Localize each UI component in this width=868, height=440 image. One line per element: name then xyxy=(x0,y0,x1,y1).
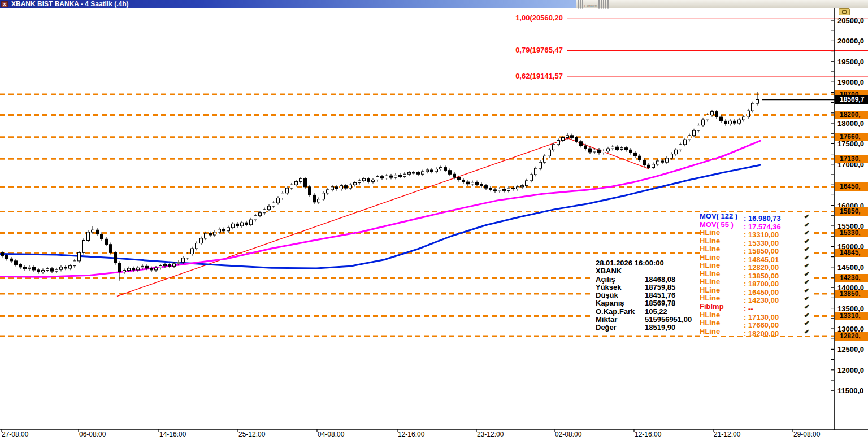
candle-body[interactable] xyxy=(51,269,54,271)
candle-body[interactable] xyxy=(539,162,542,168)
candle-body[interactable] xyxy=(214,232,216,235)
candle-body[interactable] xyxy=(340,186,343,189)
close-icon[interactable]: x xyxy=(1,1,8,7)
candle-body[interactable] xyxy=(440,168,442,169)
candle-body[interactable] xyxy=(150,268,153,270)
checkmark-icon[interactable]: ✔ xyxy=(804,286,809,295)
candle-body[interactable] xyxy=(1,252,4,255)
hline-badge[interactable]: 18200, xyxy=(835,111,868,119)
candle-body[interactable] xyxy=(191,249,194,254)
candle-body[interactable] xyxy=(358,181,361,183)
candle-body[interactable] xyxy=(643,160,646,165)
candle-body[interactable] xyxy=(670,154,673,158)
candle-body[interactable] xyxy=(489,188,492,190)
candle-body[interactable] xyxy=(141,266,144,268)
legend-row[interactable]: HLine: 17660,00✔ xyxy=(700,319,810,328)
candle-body[interactable] xyxy=(37,270,40,272)
candle-body[interactable] xyxy=(394,175,397,177)
candle-body[interactable] xyxy=(354,183,357,185)
candle-body[interactable] xyxy=(101,234,103,239)
legend-row[interactable]: HLine: 13310,00✔ xyxy=(700,229,810,237)
candle-body[interactable] xyxy=(512,188,515,189)
candle-body[interactable] xyxy=(575,137,578,141)
candle-body[interactable] xyxy=(693,130,696,136)
checkmark-icon[interactable]: ✔ xyxy=(804,229,809,237)
hline-badge[interactable]: 14230, xyxy=(835,274,868,282)
legend-row[interactable]: HLine: 18200,00✔ xyxy=(700,328,810,336)
candle-body[interactable] xyxy=(715,112,718,117)
candle-body[interactable] xyxy=(205,233,207,238)
candle-body[interactable] xyxy=(19,264,22,267)
candle-body[interactable] xyxy=(571,136,574,138)
candle-body[interactable] xyxy=(724,121,727,124)
candle-body[interactable] xyxy=(259,213,262,216)
candle-body[interactable] xyxy=(598,150,601,153)
candle-body[interactable] xyxy=(119,263,121,272)
candle-body[interactable] xyxy=(232,224,235,228)
candle-body[interactable] xyxy=(110,245,112,253)
candle-body[interactable] xyxy=(566,136,569,138)
candle-body[interactable] xyxy=(584,146,587,149)
candle-body[interactable] xyxy=(557,141,560,145)
candle-body[interactable] xyxy=(272,203,275,206)
candle-body[interactable] xyxy=(33,267,36,270)
candle-body[interactable] xyxy=(453,174,456,177)
checkmark-icon[interactable]: ✔ xyxy=(804,262,809,270)
hline-badge[interactable]: 14845, xyxy=(835,249,868,257)
candle-body[interactable] xyxy=(132,268,135,270)
legend-row[interactable]: HLine: 16450,00✔ xyxy=(700,286,810,295)
candle-body[interactable] xyxy=(503,189,506,190)
candle-body[interactable] xyxy=(435,169,438,172)
legend-row[interactable]: HLine: 15850,00✔ xyxy=(700,245,810,254)
checkmark-icon[interactable]: ✔ xyxy=(804,319,809,328)
legend-row[interactable]: MOV( 122 ): 16.980,73✔ xyxy=(700,212,810,221)
area-chart-icon[interactable] xyxy=(601,0,602,9)
candle-body[interactable] xyxy=(743,117,745,120)
hline-badge[interactable]: 12820, xyxy=(835,332,868,341)
candle-body[interactable] xyxy=(60,267,63,269)
compass-icon[interactable] xyxy=(605,0,606,9)
candle-body[interactable] xyxy=(756,100,759,104)
candle-body[interactable] xyxy=(376,177,379,180)
candle-body[interactable] xyxy=(290,185,293,188)
hline-badge[interactable]: 17660, xyxy=(835,133,868,141)
candle-body[interactable] xyxy=(431,170,433,172)
title-bar[interactable]: x XBANK BIST BANKA - 4 Saatlik (.4h) xyxy=(0,0,576,8)
candle-body[interactable] xyxy=(747,111,750,117)
candle-body[interactable] xyxy=(648,165,650,167)
candle-body[interactable] xyxy=(553,145,555,150)
candle-body[interactable] xyxy=(78,252,81,261)
candle-body[interactable] xyxy=(408,172,411,174)
candle-body[interactable] xyxy=(372,180,375,181)
candle-body[interactable] xyxy=(530,175,533,181)
candle-body[interactable] xyxy=(46,269,49,271)
candle-body[interactable] xyxy=(462,180,465,182)
candle-body[interactable] xyxy=(679,145,682,150)
candle-body[interactable] xyxy=(517,187,519,189)
candle-body[interactable] xyxy=(105,239,108,244)
candle-body[interactable] xyxy=(73,261,76,266)
candle-body[interactable] xyxy=(426,170,429,172)
candle-body[interactable] xyxy=(381,177,384,178)
candle-body[interactable] xyxy=(729,121,732,124)
candle-body[interactable] xyxy=(675,150,678,154)
candle-body[interactable] xyxy=(83,240,85,252)
candle-body[interactable] xyxy=(507,188,510,190)
candle-body[interactable] xyxy=(616,147,619,149)
checkmark-icon[interactable]: ✔ xyxy=(804,311,809,320)
candle-body[interactable] xyxy=(684,140,687,145)
candle-body[interactable] xyxy=(706,115,709,120)
candle-body[interactable] xyxy=(177,262,180,264)
candle-body[interactable] xyxy=(209,233,212,235)
candle-body[interactable] xyxy=(146,266,149,268)
candle-body[interactable] xyxy=(223,229,225,231)
legend-row[interactable]: HLine: 12820,00✔ xyxy=(700,262,810,270)
checkmark-icon[interactable]: ✔ xyxy=(804,278,809,286)
candle-body[interactable] xyxy=(42,271,45,272)
candle-body[interactable] xyxy=(634,153,637,156)
indicator-zigzag-icon[interactable] xyxy=(607,0,609,9)
candle-body[interactable] xyxy=(304,178,307,187)
candle-body[interactable] xyxy=(485,186,488,188)
legend-row[interactable]: HLine: 17130,00✔ xyxy=(700,311,810,320)
candle-body[interactable] xyxy=(128,268,131,271)
